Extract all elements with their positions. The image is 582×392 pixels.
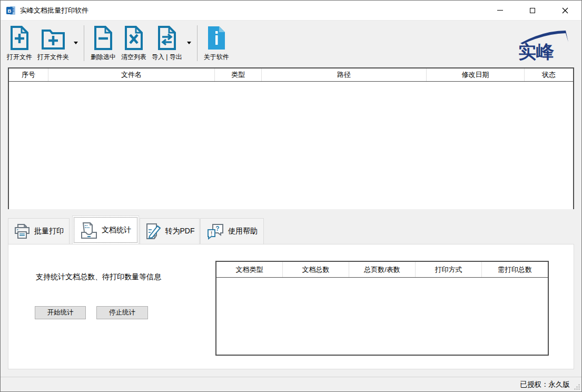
status-bar: 已授权：永久版 xyxy=(1,377,581,391)
license-status: 已授权：永久版 xyxy=(520,380,570,389)
minimize-button[interactable] xyxy=(484,1,516,20)
tool-label: 删除选中 xyxy=(91,53,116,62)
tab-label: 转为PDF xyxy=(165,227,195,236)
open-folder-dropdown-button[interactable] xyxy=(72,24,80,61)
pdf-edit-icon xyxy=(145,222,162,240)
tab-convert-pdf[interactable]: 转为PDF xyxy=(140,218,200,244)
tab-label: 使用帮助 xyxy=(228,227,258,236)
svg-text:实峰: 实峰 xyxy=(518,42,554,62)
document-stats-panel: 支持统计文档总数、待打印数量等信息 开始统计 停止统计 文档类型 文档总数 总页… xyxy=(8,244,574,369)
brand-logo: 实峰 xyxy=(511,27,574,65)
tab-help[interactable]: ? ! 使用帮助 xyxy=(200,218,264,244)
svg-text:!: ! xyxy=(211,230,213,237)
doc-minus-icon xyxy=(93,25,113,51)
tool-label: 清空列表 xyxy=(121,53,146,62)
import-export-dropdown-button[interactable] xyxy=(185,24,193,61)
column-header-filename[interactable]: 文件名 xyxy=(48,68,215,81)
column-header-path[interactable]: 路径 xyxy=(262,68,427,81)
tool-label: 打开文件 xyxy=(7,53,32,62)
doc-x-icon xyxy=(124,25,144,51)
resize-grip-icon[interactable] xyxy=(574,384,580,390)
column-header-index[interactable]: 序号 xyxy=(9,68,48,81)
start-stats-button[interactable]: 开始统计 xyxy=(35,306,86,319)
close-icon xyxy=(562,7,568,14)
stats-table: 文档类型 文档总数 总页数/表数 打印方式 需打印总数 xyxy=(215,261,549,356)
app-window: B 实峰文档批量打印软件 打开文件 xyxy=(0,0,582,392)
stop-stats-button[interactable]: 停止统计 xyxy=(96,306,148,319)
open-folder-button[interactable]: 打开文件夹 xyxy=(35,24,71,62)
open-file-button[interactable]: 打开文件 xyxy=(5,24,34,62)
column-header-type[interactable]: 类型 xyxy=(215,68,262,81)
file-table-body[interactable] xyxy=(9,82,573,209)
doc-transfer-icon xyxy=(157,25,177,51)
close-button[interactable] xyxy=(549,1,581,20)
tab-strip: 批量打印 文档统计 转为PDF xyxy=(8,215,574,244)
stats-column-print-total[interactable]: 需打印总数 xyxy=(482,262,548,277)
tab-document-stats[interactable]: 文档统计 xyxy=(72,215,139,244)
window-controls xyxy=(484,1,581,20)
maximize-button[interactable] xyxy=(516,1,549,20)
stats-column-print-mode[interactable]: 打印方式 xyxy=(416,262,482,277)
stats-column-doc-count[interactable]: 文档总数 xyxy=(283,262,349,277)
printer-icon xyxy=(14,223,31,240)
toolbar-separator xyxy=(197,25,198,61)
app-logo-icon: B xyxy=(6,5,16,16)
doc-stats-icon xyxy=(80,221,98,240)
svg-text:B: B xyxy=(8,8,12,14)
title-bar: B 实峰文档批量打印软件 xyxy=(1,1,581,21)
tool-label: 关于软件 xyxy=(204,53,229,62)
stats-table-body[interactable] xyxy=(216,278,548,355)
window-title: 实峰文档批量打印软件 xyxy=(20,6,88,15)
svg-text:?: ? xyxy=(215,225,219,232)
tool-label: 打开文件夹 xyxy=(37,53,69,62)
stats-column-doc-type[interactable]: 文档类型 xyxy=(216,262,283,277)
maximize-icon xyxy=(530,8,535,13)
doc-info-icon xyxy=(206,25,226,51)
file-list-table: 序号 文件名 类型 路径 修改日期 状态 xyxy=(8,67,574,209)
chevron-down-icon xyxy=(187,42,191,44)
doc-plus-icon xyxy=(9,25,29,51)
folder-plus-icon xyxy=(41,25,65,51)
clear-list-button[interactable]: 清空列表 xyxy=(119,24,149,62)
shifeng-logo-icon: 实峰 xyxy=(511,27,574,63)
minimize-icon xyxy=(497,10,503,11)
toolbar: 打开文件 打开文件夹 删除选中 xyxy=(1,21,581,64)
tab-label: 批量打印 xyxy=(34,227,64,236)
column-header-status[interactable]: 状态 xyxy=(525,68,573,81)
column-header-modified[interactable]: 修改日期 xyxy=(427,68,525,81)
delete-selected-button[interactable]: 删除选中 xyxy=(88,24,118,62)
stats-table-header: 文档类型 文档总数 总页数/表数 打印方式 需打印总数 xyxy=(216,262,548,278)
file-table-header: 序号 文件名 类型 路径 修改日期 状态 xyxy=(9,68,573,82)
help-bubbles-icon: ? ! xyxy=(206,222,224,240)
about-button[interactable]: 关于软件 xyxy=(202,24,231,62)
tab-batch-print[interactable]: 批量打印 xyxy=(8,218,70,244)
stats-description: 支持统计文档总数、待打印数量等信息 xyxy=(36,272,161,282)
chevron-down-icon xyxy=(74,42,78,44)
stats-column-page-count[interactable]: 总页数/表数 xyxy=(349,262,416,277)
tab-label: 文档统计 xyxy=(102,226,131,235)
tool-label: 导入 | 导出 xyxy=(152,53,182,62)
import-export-button[interactable]: 导入 | 导出 xyxy=(150,24,184,62)
toolbar-separator xyxy=(84,25,84,61)
